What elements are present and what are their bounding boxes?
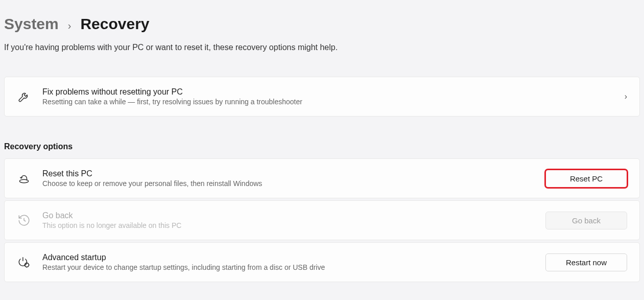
power-gear-icon: [17, 255, 31, 269]
reset-desc: Choose to keep or remove your personal f…: [42, 179, 537, 188]
recovery-section-header: Recovery options: [4, 142, 640, 151]
chevron-right-icon: ›: [625, 92, 627, 101]
reset-icon: [17, 171, 31, 186]
advanced-startup-card: Advanced startup Restart your device to …: [4, 242, 640, 282]
go-back-button: Go back: [545, 212, 627, 229]
reset-pc-card: Reset this PC Choose to keep or remove y…: [4, 158, 640, 198]
breadcrumb-current: Recovery: [80, 15, 149, 33]
go-back-title: Go back: [42, 211, 537, 220]
troubleshoot-desc: Resetting can take a while — first, try …: [42, 98, 616, 106]
wrench-icon: [17, 89, 31, 104]
go-back-desc: This option is no longer available on th…: [42, 221, 537, 229]
advanced-desc: Restart your device to change startup se…: [42, 263, 537, 271]
go-back-card: Go back This option is no longer availab…: [4, 200, 640, 240]
troubleshoot-card[interactable]: Fix problems without resetting your PC R…: [4, 77, 640, 117]
history-icon: [17, 213, 31, 227]
restart-now-button[interactable]: Restart now: [545, 253, 627, 271]
page-subtitle: If you're having problems with your PC o…: [4, 43, 640, 52]
troubleshoot-title: Fix problems without resetting your PC: [42, 87, 616, 97]
advanced-title: Advanced startup: [42, 253, 537, 262]
reset-pc-button[interactable]: Reset PC: [545, 170, 627, 188]
reset-title: Reset this PC: [42, 169, 537, 178]
breadcrumb-parent[interactable]: System: [4, 15, 59, 33]
breadcrumb: System › Recovery: [4, 15, 640, 33]
chevron-right-icon: ›: [68, 20, 71, 32]
